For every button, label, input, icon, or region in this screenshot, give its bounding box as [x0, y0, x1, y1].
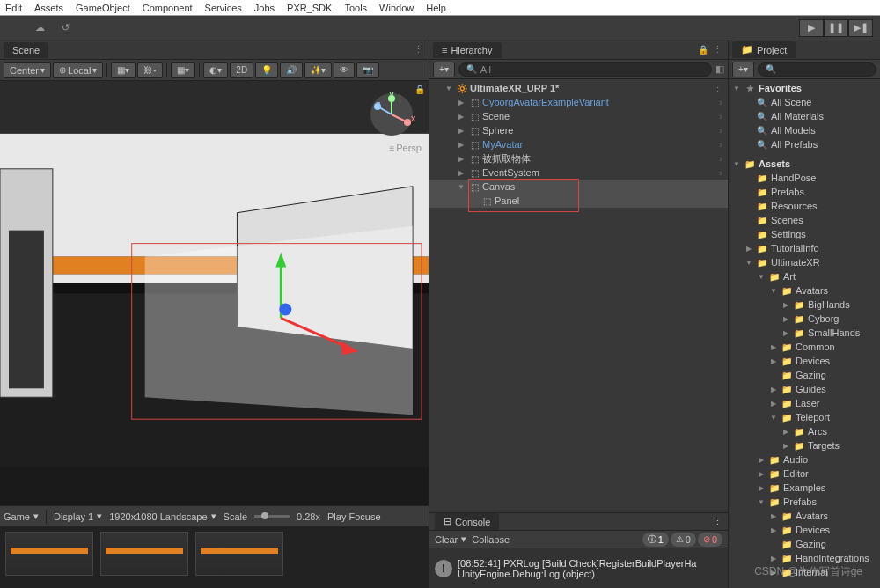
menu-edit[interactable]: Edit — [5, 3, 22, 13]
tree-item[interactable]: ▶⬚MyAvatar› — [429, 137, 728, 151]
info-count-badge[interactable]: ⓘ1 — [642, 533, 669, 547]
tree-item[interactable]: ▶⬚Scene› — [429, 109, 728, 123]
folder-item[interactable]: 📁Resources — [729, 199, 880, 213]
menu-window[interactable]: Window — [379, 3, 414, 13]
folder-item[interactable]: ▶📁Common — [729, 340, 880, 354]
tree-item-canvas[interactable]: ▼⬚Canvas — [429, 180, 728, 194]
tree-item-panel[interactable]: ⬚Panel — [429, 194, 728, 208]
lock-icon[interactable]: 🔒 — [698, 45, 708, 55]
folder-item[interactable]: ▶📁Audio — [729, 452, 880, 467]
folder-item[interactable]: ▼📁Art — [729, 269, 880, 283]
favorites-header[interactable]: ▼★Favorites — [729, 81, 880, 95]
play-button[interactable]: ▶ — [799, 19, 824, 37]
folder-item[interactable]: ▶📁HandIntegrations — [729, 551, 880, 565]
folder-item[interactable]: ▶📁Avatars — [729, 509, 880, 523]
tree-item[interactable]: ▶⬚被抓取物体› — [429, 151, 728, 165]
pivot-mode-dropdown[interactable]: Center▾ — [4, 62, 51, 78]
folder-item[interactable]: ▶📁Editor — [729, 467, 880, 481]
cloud-icon[interactable]: ☁ — [35, 22, 45, 33]
folder-item[interactable]: ▶📁BigHands — [729, 298, 880, 312]
folder-item[interactable]: 📁Settings — [729, 227, 880, 241]
hierarchy-tab[interactable]: ≡ Hierarchy — [433, 42, 502, 58]
pause-button[interactable]: ❚❚ — [824, 19, 848, 37]
handle-rotation-dropdown[interactable]: ⊕Local▾ — [53, 62, 103, 78]
folder-item[interactable]: ▶📁Arcs — [729, 424, 880, 438]
camera-icon[interactable]: 📷 — [356, 62, 379, 78]
game-tab-dropdown[interactable]: Game ▾ — [4, 511, 39, 522]
menu-help[interactable]: Help — [426, 3, 446, 13]
menu-services[interactable]: Services — [205, 3, 242, 13]
project-create-button[interactable]: +▾ — [732, 62, 754, 77]
favorite-item[interactable]: 🔍All Scene — [729, 95, 880, 109]
clear-button[interactable]: Clear ▾ — [435, 533, 466, 545]
fx-icon[interactable]: ✨▾ — [304, 62, 332, 78]
visibility-icon[interactable]: 👁 — [334, 62, 355, 78]
2d-toggle[interactable]: 2D — [230, 62, 253, 78]
create-button[interactable]: +▾ — [433, 62, 455, 77]
orientation-gizmo[interactable]: y x z — [367, 90, 416, 139]
folder-item[interactable]: ▼📁Teleport — [729, 410, 880, 424]
console-tab[interactable]: ⊟ Console — [435, 513, 499, 530]
folder-item[interactable]: 📁Gazing — [729, 537, 880, 551]
menu-tools[interactable]: Tools — [344, 3, 367, 13]
folder-item[interactable]: ▶📁SmallHands — [729, 326, 880, 340]
audio-icon[interactable]: 🔊 — [280, 62, 303, 78]
folder-item[interactable]: 📁Prefabs — [729, 185, 880, 199]
undo-icon[interactable]: ↺ — [62, 22, 70, 33]
tree-item[interactable]: ▶⬚EventSystem› — [429, 165, 728, 180]
scene-viewport[interactable]: y x z ≡ Persp 🔒 — [0, 81, 429, 505]
folder-item[interactable]: ▶📁TutorialInfo — [729, 241, 880, 255]
folder-item[interactable]: ▶📁Laser — [729, 396, 880, 410]
menu-gameobject[interactable]: GameObject — [76, 3, 130, 13]
folder-item[interactable]: 📁HandPose — [729, 171, 880, 185]
project-tab[interactable]: 📁 Project — [732, 41, 796, 58]
snap-icon[interactable]: ⛓▾ — [137, 62, 163, 78]
grid-snap-icon[interactable]: ▦▾ — [171, 62, 195, 78]
folder-item[interactable]: ▼📁Avatars — [729, 283, 880, 298]
folder-item[interactable]: ▶📁Devices — [729, 523, 880, 537]
folder-item[interactable]: ▶📁Cyborg — [729, 312, 880, 326]
favorite-item[interactable]: 🔍All Materials — [729, 109, 880, 123]
folder-item[interactable]: ▶📁Targets — [729, 438, 880, 452]
scale-slider[interactable] — [254, 515, 290, 518]
favorite-item[interactable]: 🔍All Models — [729, 123, 880, 137]
scene-tab-menu-icon[interactable]: ⋮ — [414, 44, 423, 55]
projection-label[interactable]: ≡ Persp — [389, 143, 422, 153]
hierarchy-tree[interactable]: ▼🔆 UltimateXR_URP 1* ⋮ ▶⬚CyborgAvatarExa… — [429, 79, 728, 512]
scene-menu-icon[interactable]: ⋮ — [713, 83, 722, 94]
collapse-button[interactable]: Collapse — [472, 534, 510, 545]
hierarchy-search-input[interactable]: 🔍 All — [458, 62, 712, 77]
folder-item[interactable]: 📁Scenes — [729, 213, 880, 227]
lock-icon[interactable]: 🔒 — [414, 85, 425, 94]
folder-item[interactable]: ▼📁Prefabs — [729, 495, 880, 509]
folder-item[interactable]: ▶📁Examples — [729, 481, 880, 495]
project-tree[interactable]: ▼★Favorites 🔍All Scene🔍All Materials🔍All… — [729, 79, 880, 588]
search-options-icon[interactable]: ◧ — [715, 63, 724, 75]
lighting-icon[interactable]: 💡 — [255, 62, 278, 78]
console-menu-icon[interactable]: ⋮ — [713, 516, 722, 527]
error-count-badge[interactable]: ⊘0 — [698, 533, 722, 547]
resolution-dropdown[interactable]: 1920x1080 Landscape ▾ — [109, 511, 216, 522]
menu-component[interactable]: Component — [143, 3, 193, 13]
scene-root[interactable]: ▼🔆 UltimateXR_URP 1* ⋮ — [429, 81, 728, 95]
hierarchy-tab-menu-icon[interactable]: ⋮ — [713, 44, 722, 55]
grid-icon[interactable]: ▦▾ — [111, 62, 136, 78]
folder-item[interactable]: ▶📁Guides — [729, 382, 880, 396]
menu-pxrsdk[interactable]: PXR_SDK — [287, 3, 332, 13]
shading-mode-icon[interactable]: ◐▾ — [203, 62, 228, 78]
menu-jobs[interactable]: Jobs — [254, 3, 275, 13]
console-message[interactable]: ! [08:52:41] PXRLog [Build Check]Registe… — [429, 548, 728, 588]
step-button[interactable]: ▶❚ — [848, 19, 873, 37]
folder-item[interactable]: 📁Gazing — [729, 368, 880, 382]
tree-item[interactable]: ▶⬚CyborgAvatarExampleVariant› — [429, 95, 728, 109]
project-search-input[interactable]: 🔍 — [758, 62, 876, 77]
warning-count-badge[interactable]: ⚠0 — [671, 533, 696, 547]
folder-item[interactable]: ▼📁UltimateXR — [729, 255, 880, 269]
folder-item[interactable]: ▶📁Devices — [729, 354, 880, 368]
scene-tab[interactable]: Scene — [4, 42, 48, 58]
menu-assets[interactable]: Assets — [34, 3, 63, 13]
display-dropdown[interactable]: Display 1 ▾ — [54, 511, 102, 522]
play-mode-dropdown[interactable]: Play Focuse — [327, 511, 381, 522]
tree-item[interactable]: ▶⬚Sphere› — [429, 123, 728, 137]
favorite-item[interactable]: 🔍All Prefabs — [729, 137, 880, 151]
